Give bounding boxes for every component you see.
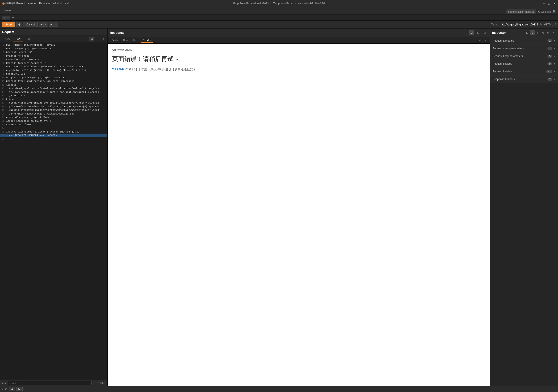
inspector-section: Request headers13▾	[490, 68, 558, 75]
code-line-15: 15 ;v=b3;q=0.7	[0, 94, 107, 98]
target-url: http://target.yijinglab.com:59332	[501, 23, 538, 26]
code-line-26: 26server[REQUEST_METHOD] =pwd #POST▮	[0, 133, 107, 137]
resp-format-icon[interactable]: ⇌	[472, 38, 477, 43]
maximize-button[interactable]: □	[548, 2, 551, 5]
inspector-section-header-request-headers[interactable]: Request headers13▾	[490, 68, 558, 75]
menu-item-repeater[interactable]: Repeater	[38, 1, 51, 6]
chevron-down-icon: ▾	[554, 78, 555, 81]
resp-wrap-icon[interactable]: ↵	[477, 38, 482, 43]
thinkphp-link[interactable]: ThinkPHP	[112, 68, 124, 71]
search-input[interactable]	[8, 381, 92, 385]
inspector-section-badge: 5	[548, 55, 552, 58]
target-info: Target: http://target.yijinglab.com:5933…	[491, 23, 556, 26]
inspector-section: Request cookies0▾	[490, 60, 558, 68]
bottom-settings-icon[interactable]: ⚙	[5, 387, 8, 391]
inspector-settings-button[interactable]: ⚙	[546, 30, 550, 35]
code-line-18: 18 p/invokefunction&function=call_user_f…	[0, 105, 107, 108]
main-area: Request PrettyRawHex ⇌ ↵ ≡ 1POST /index.…	[0, 28, 558, 386]
request-tab-hex[interactable]: Hex	[24, 37, 32, 42]
window-controls[interactable]: ─ □ ✕	[542, 2, 556, 5]
minimize-button[interactable]: ─	[542, 2, 546, 5]
next-dropdown-button[interactable]: ▾	[54, 22, 58, 27]
code-line-6: 6Upgrade-Insecure-Requests: 1	[0, 61, 107, 65]
app-title: Burp Suite Professional v2023.1 - Tempor…	[233, 2, 325, 5]
split-h-view-button[interactable]: ⊟	[469, 30, 474, 35]
inspector-panel: Inspector ⊟⊡⇅⇆⚙✕ Request attributes2▾Req…	[490, 28, 558, 386]
http-help-icon[interactable]: ?	[555, 23, 556, 26]
bottom-next-button[interactable]: ▶	[17, 387, 23, 391]
search-nav-next[interactable]: ▶	[5, 382, 7, 384]
response-tab-raw[interactable]: Raw	[121, 38, 130, 43]
menu-item-help[interactable]: Help	[63, 1, 71, 6]
search-icon[interactable]: 🔍	[552, 10, 556, 14]
menu-icon[interactable]: ≡	[101, 37, 106, 42]
code-line-14: 14 if,image/webp,image/apng,*/*;q=0.8,ap…	[0, 90, 107, 94]
split-v-view-button[interactable]: ⊞	[475, 30, 481, 35]
code-line-24: 24	[0, 126, 107, 130]
inspector-split-button[interactable]: ⊟	[525, 30, 529, 35]
code-line-19: 19 vars[1][]=echo%20-n%20%20YWFhPD9waHAq…	[0, 108, 107, 112]
repeater-tab-1[interactable]: 1 ✕	[2, 16, 10, 19]
code-line-22: 22Accept-Language: zh-CN,zh;q=0.9	[0, 119, 107, 123]
response-tab-hex[interactable]: Hex	[131, 38, 140, 43]
request-tab-raw[interactable]: Raw	[13, 37, 23, 42]
request-tab-icons: ⇌ ↵ ≡	[89, 37, 106, 42]
inspector-view-buttons: ⊟⊡⇅⇆⚙✕	[525, 30, 556, 35]
nav-tab-learn[interactable]: Learn	[1, 7, 21, 14]
next-arrow-button[interactable]: ▶	[49, 22, 54, 27]
add-tab-button[interactable]: +	[11, 16, 15, 19]
search-nav-prev[interactable]: ◀	[1, 382, 3, 384]
inspector-section-header-request-query-parameters[interactable]: Request query parameters1▾	[490, 45, 558, 52]
request-code-area: 1POST /index.php?s=captcha HTTP/1.12Host…	[0, 42, 107, 380]
menu-item-window[interactable]: Window	[51, 1, 63, 6]
send-button[interactable]: Send	[2, 22, 15, 27]
chevron-down-icon: ▾	[554, 55, 555, 58]
code-line-27: 27	[0, 137, 107, 141]
menu-item-intruder[interactable]: Intruder	[26, 1, 38, 6]
edit-target-icon[interactable]: ✎	[540, 23, 542, 26]
expand-view-button[interactable]: ⊡	[482, 30, 488, 35]
code-line-11: 11Content-Type: application/x-www-form-u…	[0, 79, 107, 83]
prev-dropdown-button[interactable]: ▾	[44, 22, 48, 27]
inspector-section-header-request-body-parameters[interactable]: Request body parameters5▾	[490, 52, 558, 60]
inspector-sort-asc-button[interactable]: ⇅	[535, 30, 540, 35]
response-tab-render[interactable]: Render	[141, 38, 153, 43]
inspector-sort-desc-button[interactable]: ⇆	[541, 30, 545, 35]
inspector-section: Request body parameters5▾	[490, 52, 558, 60]
format-icon[interactable]: ⇌	[89, 37, 94, 42]
wrap-icon[interactable]: ↵	[95, 37, 100, 42]
close-tab-icon[interactable]: ✕	[6, 16, 8, 19]
response-panel: Response ⊟ ⊞ ⊡ PrettyRawHexRender ⇌ ↵ ≡ …	[108, 28, 490, 386]
settings-gear-button[interactable]: ⚙	[17, 22, 22, 27]
inspector-section-header-request-cookies[interactable]: Request cookies0▾	[490, 60, 558, 67]
captcha-tab[interactable]: captcha-killer-modified	[506, 9, 536, 14]
request-tab-pretty[interactable]: Pretty	[2, 37, 13, 42]
http-version[interactable]: HTTP/1	[544, 23, 553, 26]
resp-menu-icon[interactable]: ≡	[483, 38, 488, 43]
response-tab-icons: ⇌ ↵ ≡	[472, 38, 488, 43]
inspector-section-label: Request attributes	[493, 39, 548, 42]
nav-tab-extensions[interactable]: Extensions	[1, 0, 21, 7]
inspector-title: Inspector	[492, 31, 506, 34]
code-line-4: 4Pragma: no-cache	[0, 54, 107, 58]
inspector-section: Request attributes2▾	[490, 37, 558, 45]
inspector-section-label: Response headers	[493, 78, 548, 81]
inspector-section-badge: 0	[548, 62, 552, 65]
settings-button[interactable]: ⚙ Settings	[538, 10, 551, 13]
close-button[interactable]: ✕	[553, 2, 556, 5]
code-line-7: 7User-Agent: Mozilla/5.0 (Windows NT 10.…	[0, 65, 107, 69]
request-title: Request	[2, 30, 14, 34]
cancel-button[interactable]: Cancel	[24, 22, 37, 27]
inspector-section-header-request-attributes[interactable]: Request attributes2▾	[490, 37, 558, 44]
bottom-help-icon[interactable]: ?	[2, 387, 3, 391]
inspector-close-button[interactable]: ✕	[551, 30, 556, 35]
bottom-prev-button[interactable]: ◀	[9, 387, 15, 391]
chevron-down-icon: ▾	[554, 70, 555, 73]
prev-arrow-button[interactable]: ◀	[39, 22, 44, 27]
inspector-section-label: Request headers	[493, 70, 546, 73]
inspector-section: Request query parameters1▾	[490, 45, 558, 52]
inspector-expand-button[interactable]: ⊡	[530, 30, 535, 35]
inspector-section-badge: 13	[546, 70, 552, 73]
inspector-section-header-response-headers[interactable]: Response headers7▾	[490, 75, 558, 83]
response-tab-pretty[interactable]: Pretty	[109, 38, 120, 43]
